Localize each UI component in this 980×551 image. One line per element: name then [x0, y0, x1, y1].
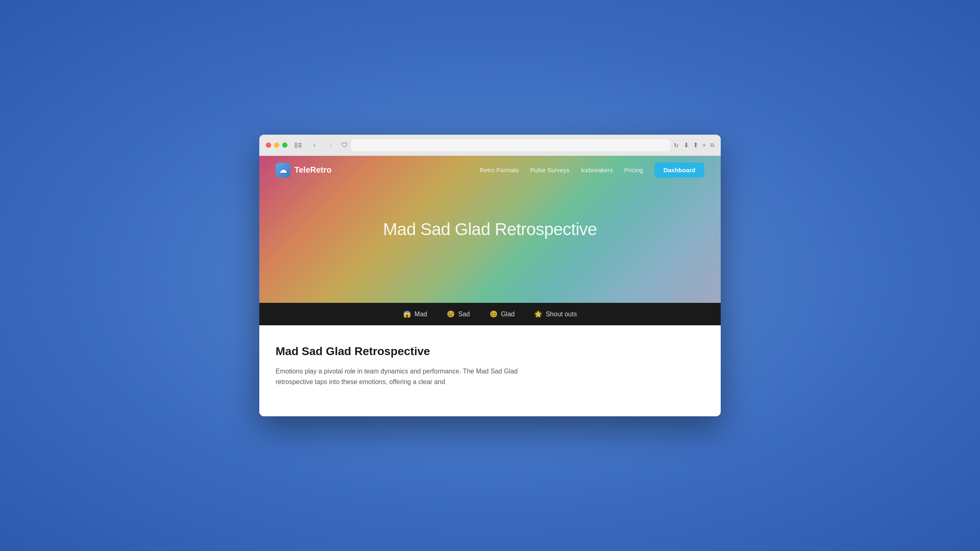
duplicate-tab-icon[interactable]: ⧉: [710, 142, 714, 149]
new-tab-icon[interactable]: +: [702, 142, 706, 149]
logo-icon: ☁: [276, 163, 290, 178]
traffic-light-yellow[interactable]: [274, 142, 279, 148]
nav-link-pricing[interactable]: Pricing: [624, 167, 643, 173]
hero-title: Mad Sad Glad Retrospective: [383, 220, 597, 239]
logo-text: TeleRetro: [294, 165, 332, 175]
shout-outs-emoji: 🌟: [534, 310, 542, 318]
nav-links: Retro Formats Pulse Surveys Icebreakers …: [480, 162, 704, 178]
tab-sad-label: Sad: [458, 311, 470, 318]
tab-sad[interactable]: 😢 Sad: [447, 310, 470, 318]
sad-emoji: 😢: [447, 310, 455, 318]
share-icon[interactable]: ⬆: [693, 141, 698, 149]
browser-back-button[interactable]: ‹: [309, 140, 320, 151]
browser-chrome: ‹ › 🛡 ↻ ⬇ ⬆ + ⧉: [259, 135, 721, 156]
nav-link-icebreakers[interactable]: Icebreakers: [581, 167, 612, 173]
sidebar-toggle-button[interactable]: [292, 140, 304, 151]
tab-shout-outs-label: Shout outs: [546, 311, 577, 318]
browser-forward-button[interactable]: ›: [325, 140, 336, 151]
cloud-icon: ☁: [279, 166, 287, 175]
svg-rect-1: [298, 143, 302, 144]
logo[interactable]: ☁ TeleRetro: [276, 163, 332, 178]
tab-mad[interactable]: 😱 Mad: [403, 310, 427, 318]
address-bar[interactable]: [351, 139, 670, 151]
svg-rect-3: [298, 147, 302, 147]
svg-rect-2: [298, 145, 302, 146]
tab-bar: 😱 Mad 😢 Sad 😊 Glad 🌟 Shout outs: [259, 303, 721, 325]
traffic-light-green[interactable]: [282, 142, 287, 148]
browser-window: ‹ › 🛡 ↻ ⬇ ⬆ + ⧉ ☁ TeleRetro: [259, 135, 721, 416]
tab-mad-label: Mad: [414, 311, 427, 318]
content-area: Mad Sad Glad Retrospective Emotions play…: [259, 325, 721, 416]
content-description: Emotions play a pivotal role in team dyn…: [276, 366, 521, 387]
nav-link-retro-formats[interactable]: Retro Formats: [480, 167, 519, 173]
address-bar-container: 🛡 ↻: [341, 139, 679, 151]
traffic-light-red[interactable]: [266, 142, 271, 148]
shield-icon: 🛡: [341, 142, 348, 149]
tab-glad-label: Glad: [501, 311, 515, 318]
mad-emoji: 😱: [403, 310, 411, 318]
content-title: Mad Sad Glad Retrospective: [276, 345, 704, 358]
svg-rect-0: [294, 142, 297, 148]
hero-section: ☁ TeleRetro Retro Formats Pulse Surveys …: [259, 156, 721, 303]
reload-icon[interactable]: ↻: [674, 142, 679, 149]
dashboard-button[interactable]: Dashboard: [655, 162, 704, 178]
traffic-lights: [266, 142, 287, 148]
tab-glad[interactable]: 😊 Glad: [490, 310, 515, 318]
nav: ☁ TeleRetro Retro Formats Pulse Surveys …: [259, 156, 721, 184]
nav-link-pulse-surveys[interactable]: Pulse Surveys: [530, 167, 570, 173]
website: ☁ TeleRetro Retro Formats Pulse Surveys …: [259, 156, 721, 416]
glad-emoji: 😊: [490, 310, 498, 318]
tab-shout-outs[interactable]: 🌟 Shout outs: [534, 310, 577, 318]
download-icon[interactable]: ⬇: [684, 141, 689, 149]
browser-actions: ⬇ ⬆ + ⧉: [684, 141, 714, 149]
